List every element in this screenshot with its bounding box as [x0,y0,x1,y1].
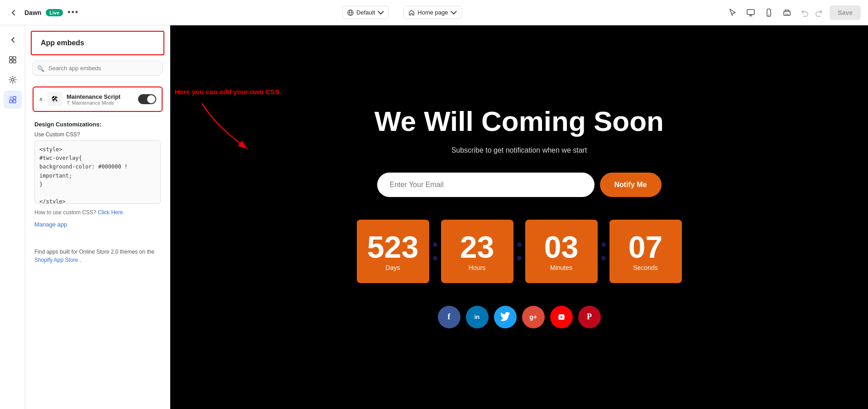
default-label: Default [356,9,375,16]
coming-soon-container: We Will Coming Soon Subscribe to get not… [316,88,723,346]
more-icon: ••• [67,8,79,17]
countdown: 523 Days 23 Hours 03 [325,220,714,283]
google-plus-button[interactable]: g+ [522,306,545,328]
countdown-seconds-box: 07 Seconds [609,220,682,283]
preview-area: Here you can add your own CSS. We Will C… [170,25,868,409]
css-textarea[interactable]: <style> #twc-overlay{ background-color: … [34,140,161,204]
topbar-right: Save [725,5,861,20]
sidebar-settings-button[interactable] [4,71,22,89]
script-icon: 🛠 [48,92,62,106]
countdown-hours-value: 23 [460,231,494,262]
redo-icon [815,9,823,17]
google-plus-icon: g+ [529,313,537,321]
footer-text: Find apps built for Online Store 2.0 the… [34,249,154,255]
back-button[interactable] [7,6,20,19]
design-title: Design Customizations: [34,121,161,128]
undo-button[interactable] [798,6,811,19]
panel-title: App embeds [41,39,84,47]
coming-soon-subtitle: Subscribe to get notification when we st… [325,146,714,154]
dot-top [433,242,437,247]
svg-rect-13 [10,100,12,103]
sidebar-sections-button[interactable] [4,51,22,69]
back-icon [10,9,18,17]
sidebar-nav-button[interactable] [4,31,22,49]
dot-bottom-2 [517,256,522,260]
topbar: Dawn Live ••• Default Home page [0,0,868,25]
facebook-button[interactable]: f [438,306,460,328]
svg-rect-9 [13,60,16,63]
search-input[interactable] [33,61,163,76]
homepage-label: Home page [417,9,448,16]
panel-header: App embeds [31,31,164,55]
back-nav-icon [8,35,17,44]
svg-rect-7 [13,57,16,59]
apps-icon [8,95,17,104]
mobile-view-button[interactable] [762,5,776,20]
design-section: Design Customizations: Use Custom CSS? <… [25,117,170,235]
annotation-arrow-svg [179,99,270,158]
youtube-button[interactable] [550,306,573,328]
countdown-minutes-value: 03 [544,231,579,262]
default-dropdown[interactable]: Default [342,6,389,19]
dot-top-3 [601,242,606,247]
chevron-down-icon [378,10,384,16]
print-icon [782,8,791,17]
countdown-seconds-label: Seconds [633,264,657,271]
print-view-button[interactable] [780,5,794,20]
notify-button[interactable]: Notify Me [600,173,662,197]
countdown-hours-label: Hours [469,264,485,271]
script-subtitle: T: Maintenance Mode [67,100,134,106]
homepage-dropdown[interactable]: Home page [403,6,462,19]
mobile-icon [764,8,773,17]
cursor-icon [728,8,737,17]
annotation-text: Here you can add your own CSS. [175,88,281,96]
email-form: Notify Me [325,173,714,197]
linkedin-button[interactable]: in [466,306,489,328]
live-badge: Live [46,9,63,16]
toggle-knob [147,95,155,103]
countdown-hours-box: 23 Hours [441,220,513,283]
coming-soon-title: We Will Coming Soon [325,106,714,137]
script-info: Maintenance Script T: Maintenance Mode [67,93,134,106]
undo-icon [801,9,809,17]
annotation: Here you can add your own CSS. [175,88,281,96]
gear-icon [8,75,17,84]
separator-2 [513,242,525,260]
countdown-seconds-value: 07 [628,231,663,262]
topbar-center: Default Home page [84,6,720,19]
manage-app-link[interactable]: Manage app [34,221,161,228]
undo-redo-group [798,6,826,19]
desktop-view-button[interactable] [743,5,758,20]
svg-rect-1 [747,10,754,14]
countdown-minutes-box: 03 Minutes [525,220,598,283]
left-panel: App embeds 🔍 ∧ 🛠 Maintenance Script T: M… [25,25,170,409]
collapse-button[interactable]: ∧ [39,96,43,102]
click-here-link[interactable]: Click Here [98,209,123,216]
sidebar-apps-button[interactable] [4,91,22,109]
toggle-switch[interactable] [138,94,156,104]
desktop-icon [746,8,755,17]
redo-button[interactable] [812,6,826,19]
twitter-button[interactable] [494,306,517,328]
css-help: How to use custom CSS? Click Here [34,209,161,216]
svg-rect-11 [10,96,12,99]
youtube-icon [557,313,566,322]
more-button[interactable]: ••• [67,8,79,17]
twitter-icon [500,312,510,322]
facebook-icon: f [448,312,451,322]
script-name: Maintenance Script [67,93,134,100]
pinterest-button[interactable]: P [578,306,601,328]
separator-3 [598,242,609,260]
main-layout: App embeds 🔍 ∧ 🛠 Maintenance Script T: M… [0,25,868,409]
cursor-tool-button[interactable] [725,5,740,20]
svg-rect-5 [785,14,789,15]
email-input[interactable] [377,173,595,197]
chevron-down-icon-2 [451,10,457,16]
store-name: Dawn [24,9,41,16]
svg-rect-8 [10,60,12,63]
svg-point-10 [11,78,14,81]
shopify-link[interactable]: Shopify App Store [34,257,78,263]
save-button[interactable]: Save [830,5,861,20]
pinterest-icon: P [587,312,592,322]
footer-end: . [79,257,81,263]
